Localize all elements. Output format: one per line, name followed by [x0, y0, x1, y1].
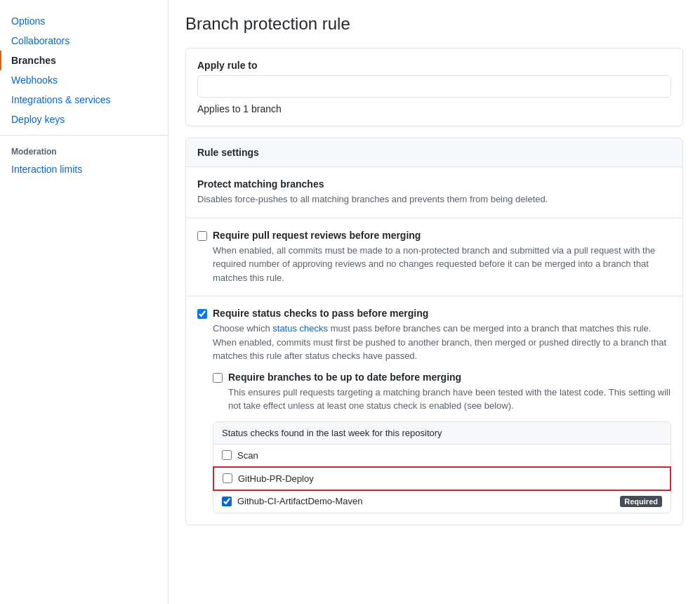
status-checks-box: Status checks found in the last week for… — [213, 421, 671, 513]
sidebar-item-options[interactable]: Options — [0, 11, 168, 31]
apply-rule-input[interactable] — [197, 75, 671, 98]
sidebar-item-deploy-keys[interactable]: Deploy keys — [0, 110, 168, 129]
github-ci-checkbox[interactable] — [222, 497, 232, 506]
require-uptodate-desc: This ensures pull requests targeting a m… — [228, 386, 671, 413]
status-checks-header: Status checks found in the last week for… — [213, 422, 671, 445]
require-uptodate-subsection: Require branches to be up to date before… — [197, 372, 671, 413]
require-status-section: Require status checks to pass before mer… — [186, 296, 682, 525]
sidebar: Options Collaborators Branches Webhooks … — [0, 0, 169, 604]
sidebar-item-branches[interactable]: Branches — [0, 51, 168, 70]
status-check-scan: Scan — [213, 445, 671, 467]
page-title: Branch protection rule — [185, 14, 683, 34]
require-pr-desc: When enabled, all commits must be made t… — [213, 244, 671, 285]
require-pr-label: Require pull request reviews before merg… — [213, 230, 421, 241]
applies-text: Applies to 1 branch — [197, 103, 671, 114]
status-check-github-ci: Github-CI-ArtifactDemo-Maven Required — [213, 490, 671, 513]
status-checks-link[interactable]: status checks — [272, 323, 328, 334]
apply-rule-label: Apply rule to — [197, 60, 671, 71]
sidebar-item-integrations[interactable]: Integrations & services — [0, 90, 168, 110]
sidebar-item-collaborators[interactable]: Collaborators — [0, 31, 168, 51]
status-check-github-pr-deploy: GitHub-PR-Deploy — [213, 466, 671, 491]
require-pr-checkbox[interactable] — [197, 231, 207, 241]
require-pr-section: Require pull request reviews before merg… — [186, 218, 682, 297]
main-content: Branch protection rule Apply rule to App… — [169, 0, 700, 604]
scan-checkbox[interactable] — [222, 450, 232, 460]
require-uptodate-label: Require branches to be up to date before… — [228, 372, 461, 383]
apply-rule-panel: Apply rule to Applies to 1 branch — [185, 48, 683, 126]
github-pr-deploy-label: GitHub-PR-Deploy — [238, 473, 661, 484]
required-badge: Required — [620, 496, 662, 507]
protect-title: Protect matching branches — [197, 178, 671, 190]
sidebar-item-interaction-limits[interactable]: Interaction limits — [0, 159, 168, 179]
github-ci-label: Github-CI-ArtifactDemo-Maven — [237, 496, 614, 506]
require-uptodate-checkbox[interactable] — [213, 373, 223, 383]
github-pr-deploy-checkbox[interactable] — [223, 473, 232, 483]
moderation-section-header: Moderation — [0, 141, 168, 159]
rule-settings-header: Rule settings — [186, 138, 682, 167]
rule-settings-panel: Rule settings Protect matching branches … — [185, 138, 683, 525]
protect-desc: Disables force-pushes to all matching br… — [197, 192, 671, 206]
require-status-label: Require status checks to pass before mer… — [213, 308, 428, 319]
require-status-desc: Choose which status checks must pass bef… — [213, 322, 671, 363]
protect-section: Protect matching branches Disables force… — [186, 167, 682, 218]
require-status-checkbox[interactable] — [197, 309, 207, 319]
scan-label: Scan — [237, 450, 662, 461]
sidebar-item-webhooks[interactable]: Webhooks — [0, 70, 168, 90]
